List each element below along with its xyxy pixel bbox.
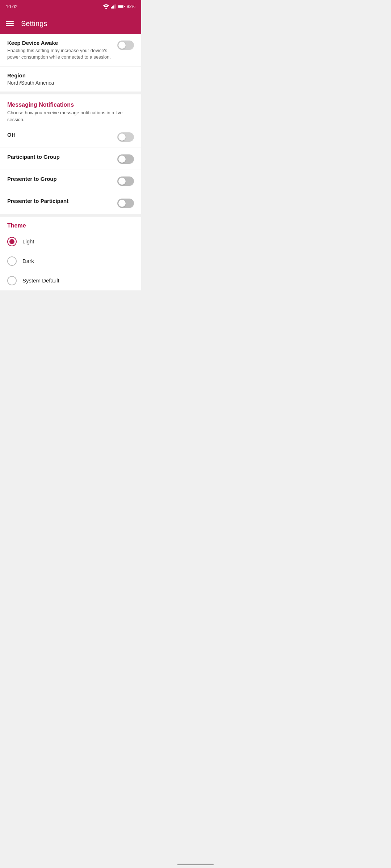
presenter-to-group-toggle[interactable]: [117, 176, 134, 186]
messaging-notifications-card: Messaging Notifications Choose how you r…: [0, 94, 141, 213]
theme-dark-label: Dark: [22, 258, 34, 264]
settings-content: Keep Device Awake Enabling this setting …: [0, 34, 141, 322]
status-icons: 92%: [103, 4, 135, 9]
presenter-to-group-setting: Presenter to Group: [0, 170, 141, 192]
page-title: Settings: [21, 20, 47, 28]
svg-rect-1: [111, 7, 112, 8]
toolbar: Settings: [0, 13, 141, 34]
svg-rect-4: [114, 4, 115, 8]
svg-rect-6: [124, 6, 125, 7]
battery-percentage: 92%: [127, 4, 135, 9]
theme-section-header: Theme: [0, 217, 141, 232]
theme-light-option[interactable]: Light: [0, 232, 141, 251]
svg-rect-7: [118, 5, 123, 8]
theme-light-label: Light: [22, 238, 34, 244]
keep-awake-toggle[interactable]: [117, 41, 134, 50]
participant-to-group-label: Participant to Group: [7, 154, 113, 160]
region-setting[interactable]: Region North/South America: [0, 67, 141, 92]
presenter-to-group-label: Presenter to Group: [7, 176, 113, 182]
messaging-off-toggle[interactable]: [117, 132, 134, 142]
presenter-to-participant-toggle[interactable]: [117, 199, 134, 208]
svg-point-0: [105, 8, 107, 9]
messaging-section-header: Messaging Notifications Choose how you r…: [0, 96, 141, 125]
menu-button[interactable]: [6, 21, 14, 26]
keep-awake-title: Keep Device Awake: [7, 40, 113, 46]
messaging-section-desc: Choose how you receive message notificat…: [7, 110, 134, 123]
region-title: Region: [7, 72, 130, 78]
wifi-icon: [103, 4, 109, 9]
theme-card: Theme Light Dark System Default: [0, 217, 141, 290]
svg-rect-3: [113, 5, 114, 8]
region-value: North/South America: [7, 80, 130, 86]
participant-to-group-toggle[interactable]: [117, 154, 134, 164]
signal-icon: [111, 4, 116, 9]
device-settings-card: Keep Device Awake Enabling this setting …: [0, 34, 141, 92]
theme-light-radio[interactable]: [7, 237, 17, 246]
theme-dark-radio[interactable]: [7, 256, 17, 266]
theme-section-title: Theme: [7, 222, 134, 229]
presenter-to-participant-label: Presenter to Participant: [7, 198, 113, 204]
theme-system-default-option[interactable]: System Default: [0, 271, 141, 290]
messaging-off-setting: Off: [0, 126, 141, 148]
participant-to-group-setting: Participant to Group: [0, 148, 141, 170]
theme-system-label: System Default: [22, 277, 59, 284]
theme-dark-option[interactable]: Dark: [0, 251, 141, 271]
status-time: 10:02: [6, 4, 18, 9]
svg-rect-2: [112, 6, 113, 8]
keep-awake-setting: Keep Device Awake Enabling this setting …: [0, 34, 141, 67]
status-bar: 10:02 92%: [0, 0, 141, 13]
presenter-to-participant-setting: Presenter to Participant: [0, 192, 141, 214]
battery-icon: [118, 4, 125, 9]
keep-awake-desc: Enabling this setting may increase your …: [7, 47, 113, 60]
messaging-off-label: Off: [7, 132, 113, 138]
theme-system-radio[interactable]: [7, 276, 17, 285]
messaging-section-title: Messaging Notifications: [7, 102, 134, 108]
